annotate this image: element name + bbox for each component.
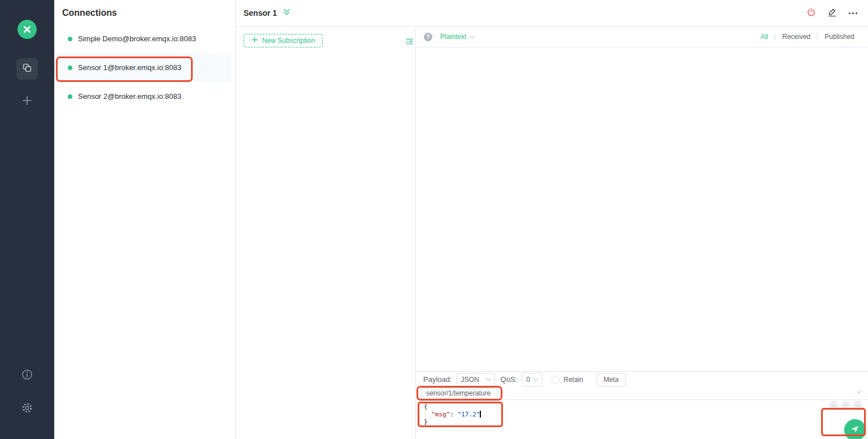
filter-all[interactable]: All <box>754 33 775 41</box>
about-button[interactable] <box>16 369 38 383</box>
publish-options-row: Payload: JSON QoS: 0 Retain <box>416 372 868 387</box>
chevron-down-icon <box>485 376 491 381</box>
connections-panel: Connections Simple Demo@broker.emqx.io:8… <box>54 0 236 439</box>
history-next-button[interactable]: → <box>853 401 862 410</box>
connection-item-simple-demo[interactable]: Simple Demo@broker.emqx.io:8083 <box>54 24 231 53</box>
connected-status-dot <box>68 37 72 41</box>
chevron-down-icon[interactable] <box>857 388 862 394</box>
gear-icon <box>21 402 33 416</box>
connections-icon <box>21 62 33 76</box>
qos-value: 0 <box>526 376 530 384</box>
paper-plane-icon <box>850 424 860 436</box>
settings-button[interactable] <box>16 402 38 416</box>
power-icon <box>806 7 816 19</box>
payload-type-value: JSON <box>461 376 479 384</box>
mqttx-logo-icon <box>18 20 37 39</box>
pencil-icon <box>827 7 837 19</box>
disconnect-button[interactable] <box>805 7 817 19</box>
connected-status-dot <box>68 94 72 99</box>
connection-label: Simple Demo@broker.emqx.io:8083 <box>78 34 196 43</box>
more-options-button[interactable] <box>847 7 859 19</box>
message-filters: All Received Published <box>754 33 861 41</box>
history-mid-button[interactable]: − <box>841 401 850 410</box>
subscriptions-panel: New Subscription <box>236 27 416 439</box>
connected-status-dot <box>68 66 72 70</box>
ellipsis-icon <box>849 12 857 14</box>
new-subscription-button[interactable]: New Subscription <box>244 34 323 47</box>
editor-line: } <box>424 418 868 426</box>
filter-published[interactable]: Published <box>818 33 861 41</box>
message-list-area <box>416 47 868 371</box>
topic-input[interactable] <box>421 388 497 399</box>
payload-editor[interactable]: { "msg": "17.2" } ← − → <box>416 400 868 439</box>
editor-line: "msg": "17.2" <box>424 411 868 419</box>
json-value: "17.2" <box>458 411 480 418</box>
connections-list: Simple Demo@broker.emqx.io:8083 Sensor 1… <box>54 24 235 111</box>
chevron-down-icon <box>470 33 475 38</box>
payload-label: Payload: <box>423 375 452 384</box>
sidebar <box>0 0 54 439</box>
send-button[interactable] <box>844 419 866 439</box>
meta-button[interactable]: Meta <box>597 373 626 386</box>
filter-received[interactable]: Received <box>775 33 817 41</box>
connection-item-sensor-2[interactable]: Sensor 2@broker.emqx.io:8083 <box>54 82 231 111</box>
plus-icon <box>251 37 258 45</box>
topic-row <box>416 387 868 400</box>
history-prev-button[interactable]: ← <box>829 401 839 410</box>
messages-panel: ? Plaintext All Received Published <box>416 27 868 439</box>
retain-checkbox[interactable]: Retain <box>552 376 583 384</box>
publish-block: Payload: JSON QoS: 0 Retain <box>416 371 868 439</box>
help-icon[interactable]: ? <box>424 33 432 41</box>
new-connection-button[interactable] <box>16 91 38 112</box>
sidebar-item-connections[interactable] <box>16 58 38 80</box>
info-icon <box>21 368 33 383</box>
format-selected-label: Plaintext <box>440 33 466 41</box>
page-title: Sensor 1 <box>244 8 277 18</box>
connection-label: Sensor 1@broker.emqx.io:8083 <box>78 63 181 72</box>
mqttx-app-window: Connections Simple Demo@broker.emqx.io:8… <box>0 0 868 439</box>
editor-line: { <box>424 403 868 411</box>
payload-type-select[interactable]: JSON <box>457 373 495 386</box>
chevron-down-icon <box>533 376 539 381</box>
qos-select[interactable]: 0 <box>522 373 542 386</box>
connection-header: Sensor 1 <box>236 0 868 27</box>
qos-label: QoS: <box>501 375 518 384</box>
collapse-panel-icon[interactable] <box>405 37 414 48</box>
messages-toolbar: ? Plaintext All Received Published <box>416 27 868 47</box>
main-area: Sensor 1 <box>236 0 868 439</box>
payload-history-buttons: ← − → <box>829 401 862 410</box>
new-subscription-label: New Subscription <box>262 37 315 45</box>
edit-connection-button[interactable] <box>826 7 838 19</box>
plus-icon <box>21 95 33 108</box>
retain-label: Retain <box>563 376 583 384</box>
main-body: New Subscription ? Plaintext <box>236 27 868 439</box>
text-cursor <box>480 411 480 418</box>
connection-item-sensor-1[interactable]: Sensor 1@broker.emqx.io:8083 <box>54 53 231 82</box>
radio-unchecked-icon <box>552 376 559 384</box>
connections-title: Connections <box>54 0 235 18</box>
payload-format-dropdown[interactable]: Plaintext <box>440 33 474 41</box>
connection-label: Sensor 2@broker.emqx.io:8083 <box>78 92 181 101</box>
json-key: "msg" <box>431 411 450 418</box>
chevron-double-down-icon[interactable] <box>283 8 291 19</box>
